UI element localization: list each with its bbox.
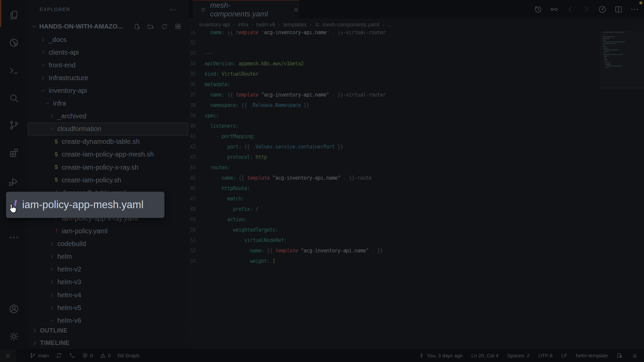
code-line[interactable]: 38 namespace: {{ .Release.Namespace }} xyxy=(189,100,600,111)
code-text: routes: xyxy=(205,163,230,173)
next-change-icon[interactable] xyxy=(582,5,591,14)
code-line[interactable]: 50 weightedTargets: xyxy=(189,225,600,235)
code-line[interactable]: 45 - name: {{ template "acg-inventory-ap… xyxy=(189,173,600,183)
tree-item-create-iam-policy-x-ray.sh[interactable]: $create-iam-policy-x-ray.sh xyxy=(28,161,188,174)
tree-item-Infrastructure[interactable]: Infrastructure xyxy=(28,71,188,84)
activity-item-more[interactable] xyxy=(0,230,28,245)
split-editor-icon[interactable] xyxy=(614,5,623,14)
previous-change-icon[interactable] xyxy=(566,5,575,14)
code-line[interactable]: 36metadata: xyxy=(189,79,600,90)
status-label: LF xyxy=(561,353,567,358)
status-branch-indicator[interactable]: main xyxy=(30,352,49,359)
status-cursor-position[interactable]: Ln 20, Col 4 xyxy=(471,353,498,358)
tree-item-label: codebuild xyxy=(57,240,86,248)
tree-item-helm-v4[interactable]: helm-v4 xyxy=(28,289,188,301)
breadcrumb-item-mesh-components.yaml[interactable]: mesh-components.yaml xyxy=(315,22,379,28)
tree-item-_archived[interactable]: _archived xyxy=(28,110,188,123)
status-sync-button[interactable] xyxy=(56,352,62,359)
tree-item-codebuild[interactable]: codebuild xyxy=(28,238,188,250)
code-line[interactable]: 49 action: xyxy=(189,215,600,225)
code-line[interactable]: 48 prefix: / xyxy=(189,204,600,215)
drag-ghost-label: iam-policy-app-mesh.yaml xyxy=(22,199,144,211)
status-blame-info[interactable]: You, 3 days ago xyxy=(418,352,463,359)
code-line[interactable]: 53 weight: 1 xyxy=(189,256,600,266)
code-line[interactable]: 44 routes: xyxy=(189,163,600,173)
tree-item-cloudformation[interactable]: cloudformation xyxy=(28,123,188,135)
tree-item-helm-v3[interactable]: helm-v3 xyxy=(28,276,188,289)
close-tab-icon[interactable] xyxy=(293,6,299,13)
tree-item-create-iam-policy.sh[interactable]: $create-iam-policy.sh xyxy=(28,174,188,186)
code-line[interactable]: 37 name: {{ template "acg-inventory-api.… xyxy=(189,90,600,100)
activity-item-explorer[interactable] xyxy=(0,8,28,22)
status-git-graph-button[interactable] xyxy=(69,352,75,359)
breadcrumb-item-templates[interactable]: templates xyxy=(283,22,307,28)
tree-item-create-dynamodb-table.sh[interactable]: $create-dynamodb-table.sh xyxy=(28,135,188,148)
code-line[interactable]: 42 port: {{ .Values.service.containerPor… xyxy=(189,142,600,152)
tree-item-helm-v5[interactable]: helm-v5 xyxy=(28,301,188,314)
activity-item-settings[interactable] xyxy=(0,329,28,344)
line-number: 38 xyxy=(189,100,196,111)
code-line[interactable]: 39spec: xyxy=(189,111,600,121)
timeline-section-header[interactable]: TIMELINE xyxy=(28,337,189,349)
tree-item-iam-policy.yaml[interactable]: !iam-policy.yaml xyxy=(28,225,188,238)
breadcrumb-item-inventory-api[interactable]: inventory-api xyxy=(199,22,230,28)
code-line[interactable]: 51 - virtualNodeRef: xyxy=(189,235,600,246)
breadcrumb-item-infra[interactable]: infra xyxy=(238,22,248,28)
breadcrumb-item-...[interactable]: ... xyxy=(387,22,391,28)
code-line[interactable]: 33--- xyxy=(189,48,600,59)
more-actions-icon[interactable] xyxy=(630,5,639,14)
activity-item-terminal[interactable] xyxy=(0,63,28,78)
status-warnings-indicator[interactable]: 0 xyxy=(100,352,111,359)
open-changes-icon[interactable] xyxy=(549,5,559,14)
code-line[interactable]: 52 name: {{ template "acg-inventory-api.… xyxy=(189,246,600,256)
tree-item-inventory-api[interactable]: inventory-api xyxy=(28,84,188,97)
activity-item-tool[interactable] xyxy=(0,35,28,50)
chevron-right-icon xyxy=(40,75,46,81)
code-line[interactable]: 41 - portMapping: xyxy=(189,131,600,142)
shell-file-icon: $ xyxy=(53,177,59,183)
code-line[interactable]: 40 listeners: xyxy=(189,121,600,131)
status-preview-button[interactable] xyxy=(616,352,623,359)
code-line[interactable]: 35kind: VirtualRouter xyxy=(189,69,600,79)
run-icon[interactable] xyxy=(598,5,607,14)
code-line[interactable]: 34apiVersion: appmesh.k8s.aws/v1beta2 xyxy=(189,59,600,69)
status-indentation[interactable]: Spaces: 2 xyxy=(507,353,530,358)
status-label: Spaces: 2 xyxy=(507,353,530,358)
code-line[interactable]: 46 httpRoute: xyxy=(189,183,600,194)
activity-item-search[interactable] xyxy=(0,90,28,105)
code-area[interactable]: 31 name: {{ template "acg-inventory-api.… xyxy=(189,27,600,266)
line-number: 41 xyxy=(189,131,196,142)
files-icon xyxy=(8,10,19,21)
status-errors-indicator[interactable]: 0 xyxy=(82,352,93,359)
activity-item-run-debug[interactable] xyxy=(0,174,28,189)
code-line[interactable]: 43 protocol: http xyxy=(189,152,600,163)
tab-mesh-components[interactable]: mesh-components.yaml xyxy=(193,0,299,18)
minimap-slider[interactable] xyxy=(600,29,644,88)
chevron-right-icon xyxy=(49,266,55,273)
status-git-graph-label[interactable]: Git Graph xyxy=(117,353,139,358)
tree-item-label: helm-v3 xyxy=(57,278,81,286)
outline-section-header[interactable]: OUTLINE xyxy=(28,324,189,337)
status-eol[interactable]: LF xyxy=(561,353,567,358)
history-icon[interactable] xyxy=(533,5,543,14)
activity-item-extensions[interactable] xyxy=(0,145,28,160)
tree-item-_docs[interactable]: _docs xyxy=(28,33,188,46)
breadcrumb-item-helm-v6[interactable]: helm-v6 xyxy=(256,22,275,28)
remote-indicator[interactable] xyxy=(0,349,16,362)
tree-item-helm-v2[interactable]: helm-v2 xyxy=(28,263,188,276)
tree-item-clients-api[interactable]: clients-api xyxy=(28,46,188,59)
tree-item-infra[interactable]: infra xyxy=(28,97,188,110)
tree-item-helm[interactable]: helm xyxy=(28,250,188,263)
code-line[interactable]: 47 match: xyxy=(189,194,600,204)
status-encoding[interactable]: UTF-8 xyxy=(538,353,553,358)
activity-item-account[interactable] xyxy=(0,301,28,316)
code-text: namespace: {{ .Release.Namespace }} xyxy=(205,100,309,111)
status-notifications-bell[interactable] xyxy=(632,352,638,359)
activity-item-source-control[interactable] xyxy=(0,118,28,132)
tree-item-helm-v6[interactable]: helm-v6 xyxy=(28,314,188,324)
tree-item-front-end[interactable]: front-end xyxy=(28,59,188,71)
code-line[interactable]: 32 xyxy=(189,38,600,48)
tree-item-create-iam-policy-app-mesh.sh[interactable]: $create-iam-policy-app-mesh.sh xyxy=(28,148,188,161)
code-text: action: xyxy=(205,215,247,225)
status-language-mode[interactable]: helm-template xyxy=(576,353,608,358)
